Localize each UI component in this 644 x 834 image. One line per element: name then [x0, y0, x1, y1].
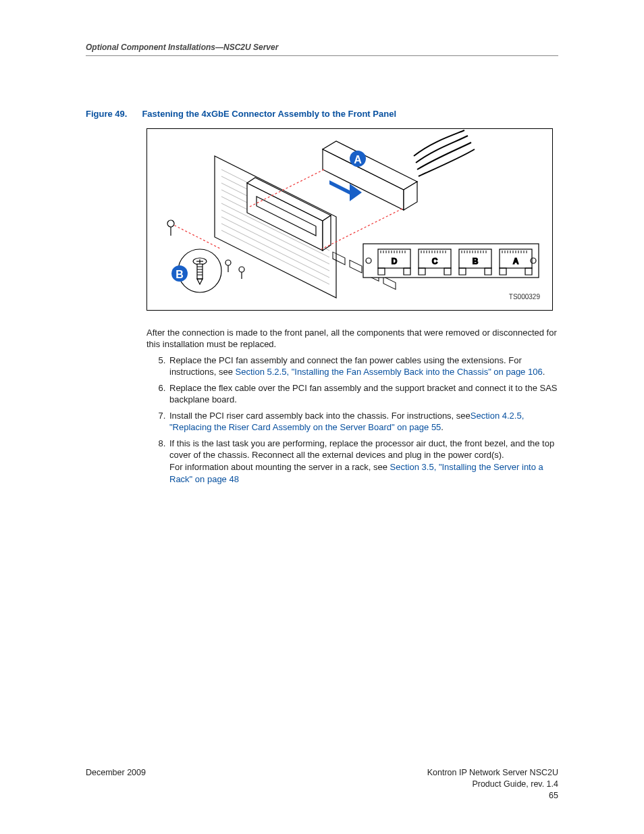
- svg-line-24: [321, 209, 402, 249]
- step-6: Replace the flex cable over the PCI fan …: [168, 382, 558, 406]
- footer-guide: Product Guide, rev. 1.4: [427, 779, 558, 790]
- page-footer: December 2009 Kontron IP Network Server …: [86, 767, 558, 802]
- footer-date: December 2009: [86, 767, 146, 779]
- footer-product: Kontron IP Network Server NSC2U: [427, 767, 558, 779]
- svg-point-28: [239, 267, 244, 272]
- running-head: Optional Component Installations—NSC2U S…: [86, 42, 558, 56]
- port-label-b: B: [473, 257, 479, 266]
- step-5: Replace the PCI fan assembly and connect…: [168, 355, 558, 378]
- callout-a: A: [354, 153, 362, 165]
- figure-ts-number: TS000329: [509, 292, 540, 302]
- svg-rect-21: [383, 276, 396, 289]
- xref-fan-assembly[interactable]: Section 5.2.5, "Installing the Fan Assem…: [236, 367, 543, 377]
- step-7: Install the PCI riser card assembly back…: [168, 410, 558, 434]
- svg-point-30: [225, 260, 231, 265]
- figure-title: Fastening the 4xGbE Connector Assembly t…: [142, 109, 396, 119]
- svg-rect-18: [333, 252, 345, 265]
- figure-image: D C B A A B TS000329: [146, 128, 553, 311]
- intro-paragraph: After the connection is made to the fron…: [146, 327, 558, 350]
- svg-point-26: [167, 220, 174, 227]
- step-8-text-a: If this is the last task you are perform…: [169, 438, 554, 461]
- callout-b: B: [176, 268, 184, 280]
- step-8-text-b: For information about mounting the serve…: [169, 462, 390, 472]
- svg-rect-36: [197, 264, 203, 279]
- step-5-text-b: .: [543, 367, 545, 377]
- port-label-c: C: [432, 257, 438, 266]
- figure-number: Figure 49.: [86, 109, 127, 119]
- svg-rect-19: [350, 260, 362, 273]
- step-7-text-b: .: [441, 422, 444, 432]
- step-list: Replace the PCI fan assembly and connect…: [146, 355, 558, 485]
- page-content: Figure 49.Fastening the 4xGbE Connector …: [86, 108, 558, 489]
- step-8: If this is the last task you are perform…: [168, 438, 558, 485]
- step-7-text-a: Install the PCI riser card assembly back…: [169, 411, 471, 421]
- port-label-d: D: [392, 257, 398, 266]
- footer-page-number: 65: [427, 790, 558, 802]
- port-label-a: A: [513, 257, 519, 266]
- svg-line-25: [171, 224, 221, 249]
- figure-caption: Figure 49.Fastening the 4xGbE Connector …: [86, 108, 558, 120]
